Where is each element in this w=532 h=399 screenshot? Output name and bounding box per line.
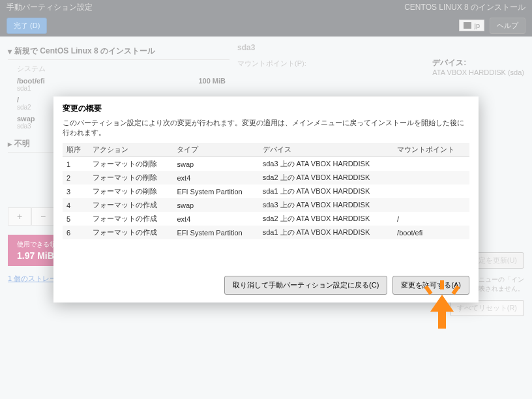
changes-table: 順序 アクション タイプ デバイス マウントポイント 1フォーマットの削除swa… bbox=[63, 143, 469, 239]
col-mount: マウントポイント bbox=[393, 143, 469, 157]
table-row[interactable]: 5フォーマットの作成ext4sda2 上の ATA VBOX HARDDISK/ bbox=[63, 212, 469, 226]
col-order: 順序 bbox=[63, 143, 89, 157]
table-row[interactable]: 6フォーマットの作成EFI System Partitionsda1 上の AT… bbox=[63, 226, 469, 239]
col-device: デバイス bbox=[259, 143, 393, 157]
table-row[interactable]: 1フォーマットの削除swapsda3 上の ATA VBOX HARDDISK bbox=[63, 157, 469, 171]
summary-dialog: 変更の概要 このパーティション設定により次の変更が行われます。変更の適用は、メイ… bbox=[53, 96, 479, 303]
table-row[interactable]: 3フォーマットの削除EFI System Partitionsda1 上の AT… bbox=[63, 185, 469, 198]
col-type: タイプ bbox=[173, 143, 258, 157]
table-row[interactable]: 2フォーマットの削除ext4sda2 上の ATA VBOX HARDDISK bbox=[63, 171, 469, 185]
col-action: アクション bbox=[89, 143, 173, 157]
cancel-return-button[interactable]: 取り消して手動パーティション設定に戻る(C) bbox=[224, 276, 387, 295]
dialog-title: 変更の概要 bbox=[63, 103, 469, 114]
dialog-description: このパーティション設定により次の変更が行われます。変更の適用は、メインメニューに… bbox=[63, 118, 469, 138]
table-row[interactable]: 4フォーマットの作成swapsda3 上の ATA VBOX HARDDISK bbox=[63, 198, 469, 212]
accept-changes-button[interactable]: 変更を許可する(A) bbox=[392, 276, 469, 295]
